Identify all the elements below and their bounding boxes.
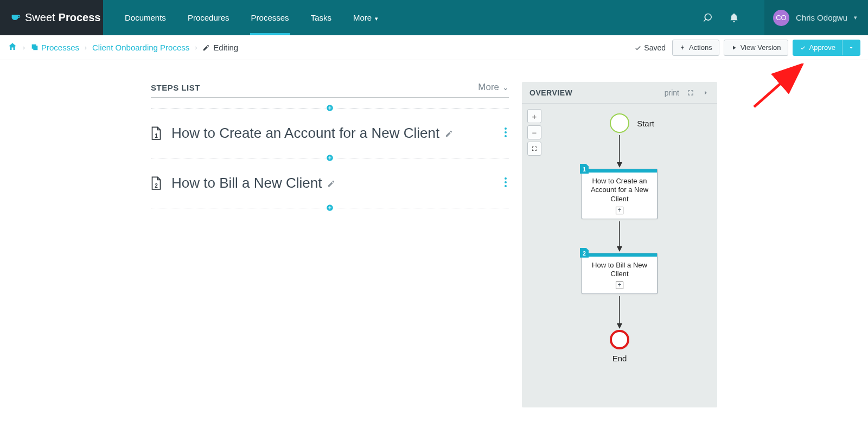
bolt-icon xyxy=(679,44,686,51)
svg-point-6 xyxy=(505,181,507,183)
step-title: How to Create an Account for a New Clien… xyxy=(171,125,453,142)
overview-canvas[interactable]: + − Start 1 How to Create an Account for… xyxy=(522,104,717,407)
brand-text-heavy: Process xyxy=(59,11,101,24)
nav-procedures[interactable]: Procedures xyxy=(177,0,240,35)
steps-header: STEPS LIST More ⌄ xyxy=(151,82,509,98)
flow-arrow xyxy=(616,221,623,253)
user-name: Chris Odogwu xyxy=(796,13,847,22)
content: STEPS LIST More ⌄ 1 How to Create an Acc… xyxy=(0,60,868,407)
expand-icon[interactable] xyxy=(687,89,694,97)
approve-button[interactable]: Approve xyxy=(793,40,860,56)
nav-documents[interactable]: Documents xyxy=(114,0,177,35)
chevron-down-icon: ⌄ xyxy=(502,83,509,92)
check-icon xyxy=(634,44,642,52)
nav: Documents Procedures Processes Tasks Mor… xyxy=(103,0,868,35)
cup-icon xyxy=(10,12,22,24)
svg-point-5 xyxy=(505,177,507,180)
add-step-divider[interactable] xyxy=(151,208,509,208)
node-label: How to Bill a New Client xyxy=(582,257,657,281)
view-version-button[interactable]: View Version xyxy=(724,40,788,56)
approve-dropdown[interactable] xyxy=(842,40,860,56)
breadcrumb-sep: › xyxy=(195,44,197,52)
brand-cell[interactable]: SweetProcess xyxy=(0,0,103,35)
start-node[interactable] xyxy=(610,113,629,133)
nav-more[interactable]: More▾ xyxy=(342,0,389,35)
flow-arrow xyxy=(616,296,623,330)
document-icon: 2 xyxy=(151,176,162,190)
toolbar-right: Saved Actions View Version Approve xyxy=(634,40,860,56)
expand-node-icon[interactable]: + xyxy=(616,282,623,289)
steps-more-menu[interactable]: More ⌄ xyxy=(478,82,509,93)
caret-down-icon xyxy=(848,44,854,51)
plus-icon xyxy=(326,104,334,112)
home-icon[interactable] xyxy=(8,42,17,53)
edit-step-icon[interactable] xyxy=(327,175,335,192)
brand-logo: SweetProcess xyxy=(10,11,100,24)
svg-point-2 xyxy=(505,131,507,133)
check-icon xyxy=(800,44,806,51)
steps-column: STEPS LIST More ⌄ 1 How to Create an Acc… xyxy=(151,82,509,407)
flow-node[interactable]: 2 How to Bill a New Client + xyxy=(582,253,658,295)
node-number: 1 xyxy=(580,164,589,174)
flow-node[interactable]: 1 How to Create an Account for a New Cli… xyxy=(582,169,658,219)
search-icon[interactable] xyxy=(704,12,714,23)
chevron-right-icon[interactable] xyxy=(702,89,710,97)
node-label: How to Create an Account for a New Clien… xyxy=(582,173,657,206)
print-link[interactable]: print xyxy=(665,88,679,97)
expand-node-icon[interactable]: + xyxy=(616,207,623,214)
edit-step-icon[interactable] xyxy=(445,125,453,142)
end-label: End xyxy=(612,354,627,363)
caret-right-icon xyxy=(731,44,737,51)
nav-tasks[interactable]: Tasks xyxy=(300,0,342,35)
svg-point-1 xyxy=(505,127,507,130)
avatar: CO xyxy=(773,10,789,26)
add-step-divider[interactable] xyxy=(151,158,509,158)
nav-right: CO Chris Odogwu ▾ xyxy=(704,0,868,35)
step-title: How to Bill a New Client xyxy=(171,175,335,192)
plus-icon xyxy=(326,204,334,212)
actions-button[interactable]: Actions xyxy=(672,40,719,56)
breadcrumb-item[interactable]: Client Onboarding Process xyxy=(92,43,189,52)
add-step-divider[interactable] xyxy=(151,108,509,109)
step-menu[interactable] xyxy=(505,127,507,139)
document-icon: 1 xyxy=(151,126,162,141)
bell-icon[interactable] xyxy=(729,12,739,23)
overview-panel: OVERVIEW print + − Start xyxy=(522,82,717,407)
breadcrumb-sep: › xyxy=(23,44,25,52)
nav-processes[interactable]: Processes xyxy=(240,0,300,35)
toolbar: › Processes › Client Onboarding Process … xyxy=(0,35,868,60)
overview-title: OVERVIEW xyxy=(529,88,572,97)
breadcrumb-section[interactable]: Processes xyxy=(30,43,79,52)
node-number: 2 xyxy=(580,248,589,258)
step-menu[interactable] xyxy=(505,177,507,189)
saved-status: Saved xyxy=(634,43,666,52)
chevron-down-icon: ▾ xyxy=(375,15,378,22)
overview-header: OVERVIEW print xyxy=(522,82,717,104)
end-node[interactable] xyxy=(610,330,629,349)
flow-start: Start xyxy=(610,113,654,133)
breadcrumb-sep: › xyxy=(85,44,87,52)
breadcrumb-state: Editing xyxy=(202,43,238,52)
overview-controls: print xyxy=(665,88,710,97)
flowchart: Start 1 How to Create an Account for a N… xyxy=(522,113,717,363)
stack-icon xyxy=(30,43,41,52)
svg-point-7 xyxy=(505,185,507,187)
chevron-down-icon: ▾ xyxy=(854,14,857,21)
steps-title: STEPS LIST xyxy=(151,83,200,92)
header: SweetProcess Documents Procedures Proces… xyxy=(0,0,868,35)
pencil-icon xyxy=(202,44,210,52)
flow-arrow xyxy=(616,135,623,169)
user-menu[interactable]: CO Chris Odogwu ▾ xyxy=(764,0,868,35)
plus-icon xyxy=(326,154,334,162)
breadcrumb: › Processes › Client Onboarding Process … xyxy=(8,42,238,53)
step-row[interactable]: 1 How to Create an Account for a New Cli… xyxy=(151,109,509,158)
step-row[interactable]: 2 How to Bill a New Client xyxy=(151,158,509,208)
brand-text-light: Sweet xyxy=(25,11,55,24)
svg-point-3 xyxy=(505,135,507,137)
